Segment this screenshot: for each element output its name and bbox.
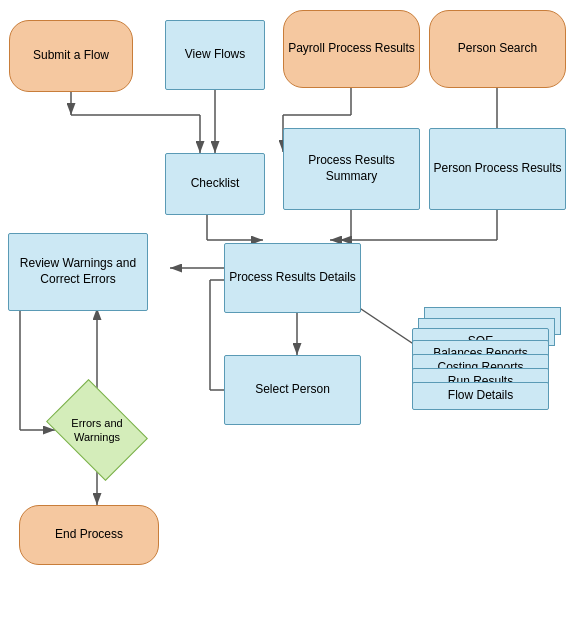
submit-flow-node: Submit a Flow [9,20,133,92]
review-warnings-label: Review Warnings and Correct Errors [9,256,147,287]
select-person-label: Select Person [255,382,330,398]
errors-warnings-container: Errors and Warnings [55,400,139,460]
view-flows-node: View Flows [165,20,265,90]
review-warnings-node: Review Warnings and Correct Errors [8,233,148,311]
select-person-node: Select Person [224,355,361,425]
process-results-summary-node: Process Results Summary [283,128,420,210]
flow-details-label: Flow Details [448,388,513,404]
checklist-label: Checklist [191,176,240,192]
payroll-process-results-node: Payroll Process Results [283,10,420,88]
person-process-results-label: Person Process Results [433,161,561,177]
submit-flow-label: Submit a Flow [33,48,109,64]
payroll-process-results-label: Payroll Process Results [288,41,415,57]
process-results-details-node: Process Results Details [224,243,361,313]
errors-warnings-label-wrap: Errors and Warnings [55,400,139,460]
flow-details-node: Flow Details [412,382,549,410]
checklist-node: Checklist [165,153,265,215]
person-search-node: Person Search [429,10,566,88]
end-process-label: End Process [55,527,123,543]
process-results-summary-label: Process Results Summary [284,153,419,184]
end-process-node: End Process [19,505,159,565]
errors-warnings-label: Errors and Warnings [55,416,139,445]
person-search-label: Person Search [458,41,537,57]
flowchart-diagram: Submit a Flow View Flows Payroll Process… [0,0,573,621]
person-process-results-node: Person Process Results [429,128,566,210]
process-results-details-label: Process Results Details [229,270,356,286]
view-flows-label: View Flows [185,47,245,63]
